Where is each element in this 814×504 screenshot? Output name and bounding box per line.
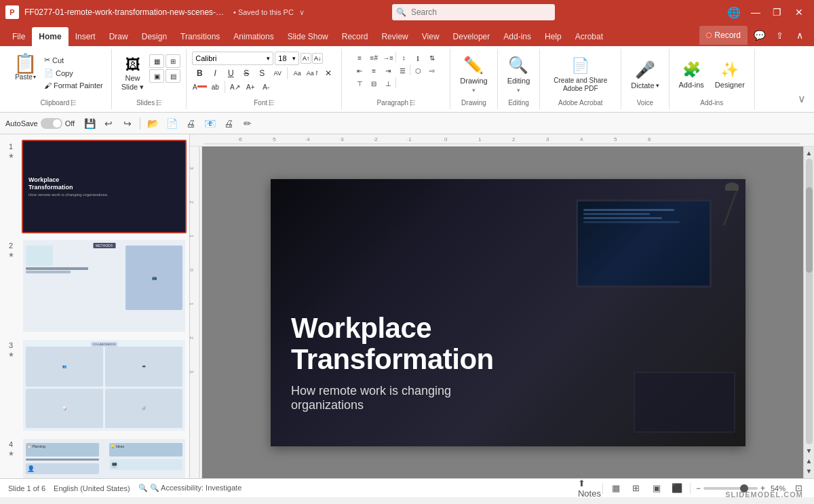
scroll-down-arrow-1[interactable]: ▼ xyxy=(805,446,814,455)
font-size-down2[interactable]: A- xyxy=(258,80,273,94)
clear-format-button[interactable]: ✕ xyxy=(321,66,336,80)
restore-button[interactable]: ❐ xyxy=(768,3,787,22)
addins-button[interactable]: 🧩 Add-ins xyxy=(675,52,708,98)
customize-button[interactable]: ✏ xyxy=(239,115,256,132)
search-input[interactable] xyxy=(392,4,555,20)
tab-insert[interactable]: Insert xyxy=(69,27,102,46)
autosave-toggle-switch[interactable] xyxy=(41,118,62,129)
slide-thumbnail-4[interactable]: 📋 Planning 👤 💡 Ideas 💻 xyxy=(22,438,187,478)
font-case-button[interactable]: Aa↾ xyxy=(305,66,320,80)
slide-canvas-wrap[interactable]: Workplace Transformation How remote work… xyxy=(202,147,814,478)
tab-draw[interactable]: Draw xyxy=(102,27,135,46)
italic-button[interactable]: I xyxy=(208,66,222,80)
tab-developer[interactable]: Developer xyxy=(446,27,497,46)
slide-item-4[interactable]: 4 ★ 📋 Planning 👤 💡 Ideas 💻 xyxy=(3,438,187,478)
slide-canvas[interactable]: Workplace Transformation How remote work… xyxy=(271,179,745,446)
align-bottom-button[interactable]: ⊥ xyxy=(381,77,395,90)
columns-button[interactable]: ⫿ xyxy=(411,52,425,64)
align-right-button[interactable]: ⇥ xyxy=(381,64,395,77)
tab-home[interactable]: Home xyxy=(32,27,68,46)
undo-button[interactable]: ↩ xyxy=(100,115,117,132)
slide-thumbnail-3[interactable]: COLLABORATION 👥 💻 📊 🔗 xyxy=(22,338,187,432)
font-increase-button[interactable]: A↑ xyxy=(301,53,311,64)
redo-button[interactable]: ↪ xyxy=(119,115,136,132)
font-more-button[interactable]: Aa xyxy=(290,66,305,80)
bold-button[interactable]: B xyxy=(192,66,207,80)
font-color-button[interactable]: A xyxy=(192,80,207,94)
slideshow-view-button[interactable]: ⬛ xyxy=(670,481,684,496)
slide-sorter-button[interactable]: ⊞ xyxy=(629,481,644,496)
normal-view-button[interactable]: ▦ xyxy=(608,481,623,496)
scroll-track[interactable] xyxy=(806,159,813,444)
create-share-pdf-button[interactable]: 📄 Create and ShareAdobe PDF xyxy=(549,52,611,98)
collapse-ribbon-button[interactable]: ∧ xyxy=(791,26,809,44)
tab-design[interactable]: Design xyxy=(135,27,174,46)
tab-record[interactable]: Record xyxy=(335,27,375,46)
layout-btn-4[interactable]: ▤ xyxy=(166,69,180,83)
tab-view[interactable]: View xyxy=(415,27,446,46)
editing-button[interactable]: 🔍 Editing ▾ xyxy=(503,52,535,98)
accessibility-info[interactable]: 🔍 🔍 Accessibility: Investigate xyxy=(138,484,242,492)
font-size-selector[interactable]: 18 ▾ xyxy=(275,52,299,65)
notes-button[interactable]: ⬆ Notes xyxy=(582,481,597,496)
font-family-selector[interactable]: Calibri ▾ xyxy=(192,52,273,65)
dictate-button[interactable]: 🎤 Dictate ▾ xyxy=(627,52,663,98)
globe-button[interactable]: 🌐 xyxy=(724,3,743,22)
shadow-button[interactable]: S xyxy=(254,66,269,80)
layout-btn-3[interactable]: ▣ xyxy=(149,69,164,83)
slide-thumbnail-1[interactable]: WorkplaceTransformation How remote work … xyxy=(22,140,187,233)
zoom-slider[interactable] xyxy=(703,487,758,490)
indent-more-button[interactable]: →≡ xyxy=(381,52,395,64)
quick-print-button[interactable]: 🖨 xyxy=(220,115,237,132)
saved-dropdown[interactable]: ∨ xyxy=(299,8,305,17)
scroll-up-arrow[interactable]: ▲ xyxy=(805,148,814,157)
print-button[interactable]: 🖨 xyxy=(182,115,199,132)
highlight-button[interactable]: ab xyxy=(208,80,222,94)
font-decrease-button[interactable]: A↓ xyxy=(312,53,323,64)
tab-animations[interactable]: Animations xyxy=(227,27,280,46)
slide-item-3[interactable]: 3 ★ COLLABORATION 👥 💻 📊 🔗 xyxy=(3,338,187,432)
cut-button[interactable]: ✂ Cut xyxy=(41,54,106,66)
strikethrough-button[interactable]: S xyxy=(239,66,254,80)
paste-button[interactable]: 📋 Paste ▾ xyxy=(11,52,40,91)
layout-btn-2[interactable]: ⊞ xyxy=(166,54,180,68)
char-spacing-button[interactable]: AV xyxy=(270,66,285,80)
ribbon-expand-button[interactable]: ∨ xyxy=(795,91,809,106)
reading-view-button[interactable]: ▣ xyxy=(649,481,664,496)
layout-btn-1[interactable]: ▦ xyxy=(149,54,164,68)
new-slide-button[interactable]: 🖼 NewSlide ▾ xyxy=(117,52,149,98)
clipboard-expand-icon[interactable]: ⬱ xyxy=(71,99,76,106)
align-left-button[interactable]: ⇤ xyxy=(353,64,366,77)
tab-file[interactable]: File xyxy=(5,27,32,46)
tab-addins[interactable]: Add-ins xyxy=(497,27,538,46)
smartart-button[interactable]: ⬡ xyxy=(411,64,425,77)
para-expand-icon[interactable]: ⬱ xyxy=(410,99,415,106)
align-top-button[interactable]: ⊤ xyxy=(353,77,366,90)
tab-acrobat[interactable]: Acrobat xyxy=(568,27,610,46)
tab-review[interactable]: Review xyxy=(374,27,414,46)
slide-thumbnail-2[interactable]: METHODS 📺 xyxy=(22,239,187,332)
close-button[interactable]: ✕ xyxy=(790,3,809,22)
format-painter-button[interactable]: 🖌 Format Painter xyxy=(41,80,106,91)
tab-transitions[interactable]: Transitions xyxy=(174,27,227,46)
font-size-up2[interactable]: A+ xyxy=(243,80,258,94)
numbered-list-button[interactable]: ≡# xyxy=(367,52,381,64)
align-center-button[interactable]: ≡ xyxy=(367,64,381,77)
record-button[interactable]: Record xyxy=(699,26,748,45)
slide-item-1[interactable]: 1 ★ WorkplaceTransformation How remote w… xyxy=(3,140,187,233)
copy-button[interactable]: 📄 Copy xyxy=(41,67,106,79)
zoom-out-button[interactable]: − xyxy=(696,484,701,493)
scroll-down-arrow-3[interactable]: ▼ xyxy=(805,466,814,476)
share-button[interactable]: ⇧ xyxy=(771,26,788,44)
text-shadow-button[interactable]: A↗ xyxy=(227,80,242,94)
justify-button[interactable]: ☰ xyxy=(395,64,409,77)
tab-slideshow[interactable]: Slide Show xyxy=(281,27,335,46)
convert-to-smartart[interactable]: ⇨ xyxy=(425,64,439,77)
bullets-button[interactable]: ≡ xyxy=(353,52,366,64)
underline-button[interactable]: U xyxy=(223,66,238,80)
save-button[interactable]: 💾 xyxy=(81,115,98,132)
comments-button[interactable]: 💬 xyxy=(750,26,768,44)
align-middle-button[interactable]: ⊟ xyxy=(367,77,381,90)
slide-item-2[interactable]: 2 ★ METHODS 📺 xyxy=(3,239,187,332)
new-button[interactable]: 📄 xyxy=(163,115,180,132)
